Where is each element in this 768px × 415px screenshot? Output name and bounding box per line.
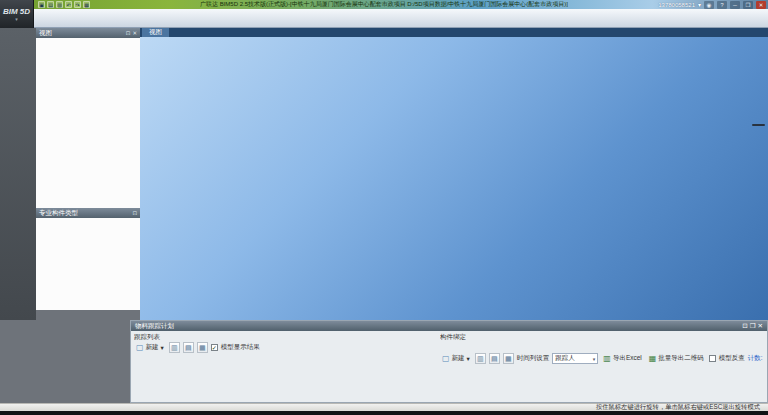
tracking-list-label: 跟踪列表 [134,332,432,341]
quick-access-toolbar: ▣▤▥↶↷▦ [38,1,90,8]
save-plan-icon: ▥ [171,344,178,352]
chevron-down-icon: ▾ [467,355,470,363]
new-document-icon: ▢ [136,343,144,352]
print-plan-icon: ▦ [199,344,206,352]
window-controls: 13780058521▾◉?─❐✕ [658,0,766,9]
window-bottom-edge [0,411,768,415]
qr-export-icon: ▦ [649,354,657,363]
bridge-3d-model[interactable] [140,37,768,320]
type-tree [36,218,140,310]
export-excel-button[interactable]: ▥ 导出Excel [601,353,643,364]
binding-tabs [440,341,764,352]
pin-icon[interactable]: ⊡ [126,30,131,36]
tracking-list-toolbar: ▢ 新建 ▾ ▥ ▤ ▦ 模型显示结果 [134,341,432,354]
tracker-combo[interactable]: 跟踪人 ▾ [552,353,598,364]
template-record-icon: ▦ [505,355,512,363]
count-readout: 计数: 0 [748,354,764,363]
new-plan-button[interactable]: ▢ 新建 ▾ [134,342,166,353]
view-panel-header: 视图 ⊡ ✕ [36,28,140,38]
chevron-down-icon: ▾ [161,344,164,352]
material-tracking-panel: 物料跟踪计划 ⊡ ❐ ✕ 跟踪列表 ▢ 新建 ▾ ▥ ▤ [130,320,768,403]
print-plan-button[interactable]: ▦ [197,342,208,353]
save-plan-button[interactable]: ▥ [169,342,180,353]
new-record-button[interactable]: ▢ 新建 ▾ [440,353,472,364]
tracking-panel-header: 物料跟踪计划 ⊡ ❐ ✕ [131,321,767,331]
title-bar: ▣▤▥↶↷▦ 广联达 BIM5D 2.5技术版(正式版)-[中铁十九局厦门国际会… [0,0,768,9]
copy-plan-button[interactable]: ▤ [183,342,194,353]
bim5d-window: ▣▤▥↶↷▦ 广联达 BIM5D 2.5技术版(正式版)-[中铁十九局厦门国际会… [0,0,768,415]
copy-plan-icon: ▤ [185,344,192,352]
tracking-list-section: 跟踪列表 ▢ 新建 ▾ ▥ ▤ ▦ 模型显示结果 [134,332,432,402]
binding-toolbar: ▢ 新建 ▾ ▥ ▤ ▦ 时间列设置 跟踪人 ▾ ▥ [440,352,764,365]
model-display-checkbox[interactable] [211,344,218,351]
view-tree [36,38,140,208]
app-menu-icon[interactable]: ▣ [38,1,45,8]
user-button[interactable]: ◉ [704,1,714,9]
help-button[interactable]: ? [717,1,727,9]
save-icon[interactable]: ▥ [56,1,63,8]
tree-panel-column: 视图 ⊡ ✕ 专业构件类型 ⊡ [36,28,140,320]
view-panel-title: 视图 [39,29,52,38]
account-caret-icon[interactable]: ▾ [698,1,701,8]
model-lookup-label: 模型反查 [719,354,745,363]
app-logo[interactable]: BIM 5D ▾ [0,0,34,28]
chevron-down-icon: ▾ [593,356,596,362]
bottom-left-filler [0,320,130,403]
tracking-panel-title: 物料跟踪计划 [135,322,174,331]
excel-icon: ▥ [603,354,611,363]
account-number: 13780058521 [658,2,695,8]
type-panel-title: 专业构件类型 [39,209,78,218]
chevron-down-icon: ▾ [15,16,18,22]
viewport-tab[interactable]: 视图 [142,28,169,37]
new-document-icon: ▢ [442,354,450,363]
model-display-label: 模型显示结果 [221,343,260,352]
batch-export-qr-button[interactable]: ▦ 批量导出二维码 [647,353,706,364]
close-icon[interactable]: ✕ [132,30,137,36]
model-viewport[interactable]: 视图 [140,28,768,320]
open-icon[interactable]: ▤ [47,1,54,8]
template-record-button[interactable]: ▦ [503,353,514,364]
delete-record-icon: ▤ [491,355,498,363]
viewport-tool-strip [752,124,765,126]
type-panel-header: 专业构件类型 ⊡ [36,208,140,218]
pin-icon[interactable]: ⊡ [132,210,137,216]
close-button[interactable]: ✕ [756,1,766,9]
viewport-tab-strip: 视图 [140,28,768,37]
undo-icon[interactable]: ↶ [65,1,72,8]
close-icon[interactable]: ✕ [758,322,763,330]
component-binding-section: 构件绑定 ▢ 新建 ▾ ▥ ▤ ▦ 时间列设置 跟踪人 [440,332,764,402]
redo-icon[interactable]: ↷ [74,1,81,8]
bottom-area: 物料跟踪计划 ⊡ ❐ ✕ 跟踪列表 ▢ 新建 ▾ ▥ ▤ [0,320,768,403]
delete-record-button[interactable]: ▤ [489,353,500,364]
main-toolbar [34,9,768,28]
minimize-button[interactable]: ─ [730,1,740,9]
help-doc-icon[interactable]: ▦ [83,1,90,8]
save-record-icon: ▥ [477,355,484,363]
app-logo-label: BIM 5D [3,7,30,16]
float-icon[interactable]: ❐ [750,322,756,330]
left-nav [0,28,36,320]
window-title: 广联达 BIM5D 2.5技术版(正式版)-[中铁十九局厦门国际会展中心配套市政… [200,1,568,8]
binding-label: 构件绑定 [440,332,764,341]
status-bar: 按住鼠标左键进行旋转，单击鼠标右键或ESC退出旋转模式 [0,403,768,411]
time-column-settings-button[interactable]: 时间列设置 [517,354,550,363]
save-record-button[interactable]: ▥ [475,353,486,364]
model-lookup-checkbox[interactable] [709,355,716,362]
pin-icon[interactable]: ⊡ [742,322,747,330]
maximize-button[interactable]: ❐ [743,1,753,9]
main-area: 视图 ⊡ ✕ 专业构件类型 ⊡ 视图 [0,28,768,320]
